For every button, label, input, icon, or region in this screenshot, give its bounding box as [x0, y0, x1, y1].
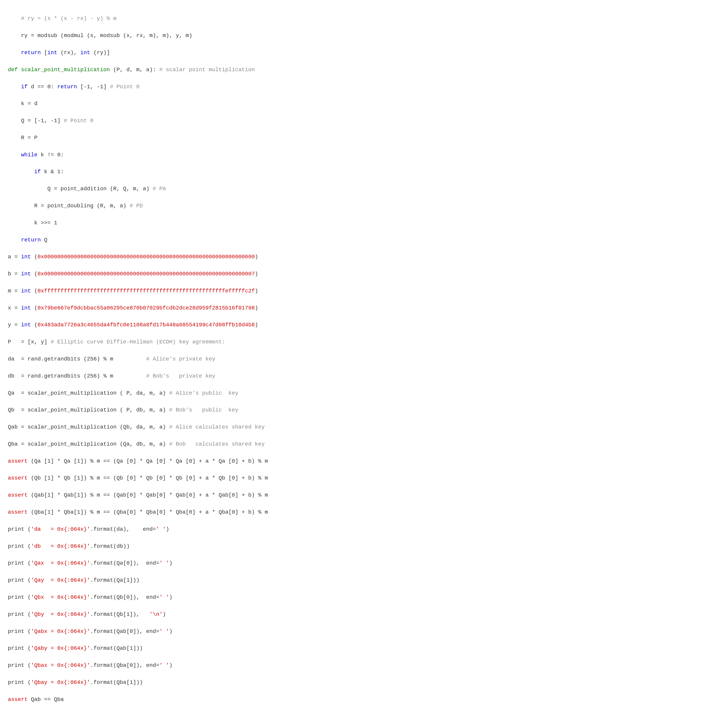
line-k-rshift: k >>= 1: [8, 219, 720, 227]
line-qba-eq: Qba = scalar_point_multiplication (Qa, d…: [8, 440, 720, 448]
line-db-eq: db = rand.getrandbits (256) % m # Bob's …: [8, 372, 720, 380]
line-print-qax: print ('Qax = 0x{:064x}'.format(Qa[0]), …: [8, 559, 720, 567]
line-assert2: assert (Qb [1] * Qb [1]) % m == (Qb [0] …: [8, 474, 720, 482]
line-print-qbx: print ('Qbx = 0x{:064x}'.format(Qb[0]), …: [8, 593, 720, 601]
line-print-qay: print ('Qay = 0x{:064x}'.format(Qa[1])): [8, 576, 720, 584]
line-y-eq: y = int (0x483ada7726a3c4655da4fbfc0e110…: [8, 321, 720, 329]
line-x-eq: x = int (0x79be667ef9dcbbac55a06295ce870…: [8, 304, 720, 312]
line-print-qby: print ('Qby = 0x{:064x}'.format(Qb[1]), …: [8, 610, 720, 619]
line-da-eq: da = rand.getrandbits (256) % m # Alice'…: [8, 355, 720, 363]
line-if-k1: if k & 1:: [8, 167, 720, 176]
line-p-eq: P = [x, y] # Elliptic curve Diffie-Hellm…: [8, 338, 720, 346]
line-print-qabx: print ('Qabx = 0x{:064x}'.format(Qab[0])…: [8, 627, 720, 636]
line-ry: ry = modsub (modmul (s, modsub (x, rx, m…: [8, 31, 720, 40]
line-print-qaby: print ('Qaby = 0x{:064x}'.format(Qab[1])…: [8, 644, 720, 653]
line-a-eq: a = int (0x00000000000000000000000000000…: [8, 253, 720, 261]
line-assert-final: assert Qab == Qba: [8, 695, 720, 704]
comment-ry: # ry = (s * (x - rx) - y) % m: [21, 15, 116, 21]
line-print-db: print ('db = 0x{:064x}'.format(db)): [8, 542, 720, 550]
line-assert3: assert (Qab[1] * Qab[1]) % m == (Qab[0] …: [8, 491, 720, 499]
line-def-scalar: def scalar_point_multiplication (P, d, m…: [8, 66, 720, 74]
line-q-eq: Q = [-1, -1] # Point 0: [8, 117, 720, 125]
line-r-point-dbl: R = point_doubling (R, m, a) # PD: [8, 202, 720, 210]
line-if-d: if d == 0: return [-1, -1] # Point 0: [8, 83, 720, 91]
line-print-qbax: print ('Qbax = 0x{:064x}'.format(Qba[0])…: [8, 661, 720, 670]
line-m-eq: m = int (0xfffffffffffffffffffffffffffff…: [8, 287, 720, 295]
line-comment-ry: # ry = (s * (x - rx) - y) % m: [8, 14, 720, 23]
line-qa-eq: Qa = scalar_point_multiplication ( P, da…: [8, 389, 720, 397]
line-assert4: assert (Qba[1] * Qba[1]) % m == (Qba[0] …: [8, 508, 720, 517]
line-k-eq-d: k = d: [8, 100, 720, 108]
line-r-eq: R = P: [8, 133, 720, 142]
line-qb-eq: Qb = scalar_point_multiplication ( P, db…: [8, 406, 720, 414]
line-qab-eq: Qab = scalar_point_multiplication (Qb, d…: [8, 423, 720, 431]
line-return-int: return [int (rx), int (ry)]: [8, 48, 720, 57]
line-b-eq: b = int (0x00000000000000000000000000000…: [8, 270, 720, 278]
line-while-k: while k != 0:: [8, 151, 720, 159]
line-assert1: assert (Qa [1] * Qa [1]) % m == (Qa [0] …: [8, 457, 720, 465]
line-return-q: return Q: [8, 236, 720, 244]
line-print-da: print ('da = 0x{:064x}'.format(da), end=…: [8, 525, 720, 534]
line-print-qbay: print ('Qbay = 0x{:064x}'.format(Qba[1])…: [8, 678, 720, 687]
line-q-point-add: Q = point_addition (R, Q, m, a) # PA: [8, 184, 720, 193]
code-block: # ry = (s * (x - rx) - y) % m ry = modsu…: [8, 6, 720, 712]
